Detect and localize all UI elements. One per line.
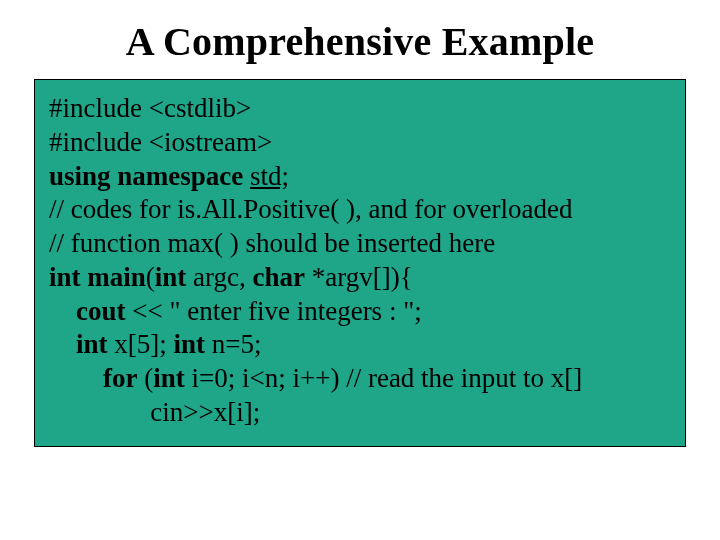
- text: (: [146, 262, 155, 292]
- text: #include <cstdlib>: [49, 93, 251, 123]
- indent: [49, 363, 103, 393]
- text: n=5;: [205, 329, 261, 359]
- code-box: #include <cstdlib> #include <iostream> u…: [34, 79, 686, 447]
- code-line-1: #include <cstdlib>: [49, 92, 671, 126]
- indent: [49, 329, 76, 359]
- text: #include <iostream>: [49, 127, 272, 157]
- slide-title: A Comprehensive Example: [0, 18, 720, 65]
- text: *argv[]){: [305, 262, 413, 292]
- code-line-6: int main(int argc, char *argv[]){: [49, 261, 671, 295]
- keyword: int: [76, 329, 108, 359]
- code-line-5: // function max( ) should be inserted he…: [49, 227, 671, 261]
- text: x[5];: [108, 329, 174, 359]
- identifier: cout: [76, 296, 126, 326]
- keyword: int: [155, 262, 187, 292]
- keyword: using namespace: [49, 161, 250, 191]
- indent: [49, 296, 76, 326]
- keyword: for: [103, 363, 137, 393]
- text: i=0; i<n; i++) // read the input to x[]: [185, 363, 583, 393]
- slide: A Comprehensive Example #include <cstdli…: [0, 0, 720, 540]
- code-line-9: for (int i=0; i<n; i++) // read the inpu…: [49, 362, 671, 396]
- code-line-2: #include <iostream>: [49, 126, 671, 160]
- keyword: char: [253, 262, 305, 292]
- keyword: int: [174, 329, 206, 359]
- text: (: [137, 363, 153, 393]
- code-line-10: cin>>x[i];: [49, 396, 671, 430]
- text: cin>>x[i];: [49, 397, 260, 427]
- comment: // function max( ) should be inserted he…: [49, 228, 495, 258]
- text: << " enter five integers : ";: [126, 296, 422, 326]
- code-line-7: cout << " enter five integers : ";: [49, 295, 671, 329]
- keyword: int main: [49, 262, 146, 292]
- code-line-8: int x[5]; int n=5;: [49, 328, 671, 362]
- keyword: int: [153, 363, 185, 393]
- code-line-4: // codes for is.All.Positive( ), and for…: [49, 193, 671, 227]
- comment: // codes for is.All.Positive( ), and for…: [49, 194, 572, 224]
- text: argc,: [186, 262, 252, 292]
- code-line-3: using namespace std;: [49, 160, 671, 194]
- identifier: std;: [250, 161, 289, 191]
